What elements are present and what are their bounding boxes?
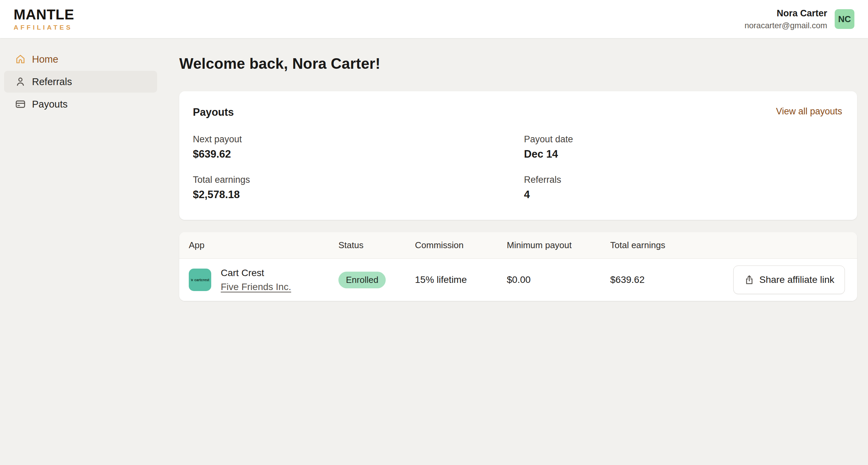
cart-crest-app-icon: cartcrest	[189, 269, 211, 291]
main-content: Welcome back, Nora Carter! Payouts View …	[179, 38, 857, 301]
stat-label: Next payout	[193, 134, 524, 145]
top-header: MANTLE AFFILIATES Nora Carter noracarter…	[0, 0, 868, 38]
apps-table: App Status Commission Minimum payout Tot…	[179, 232, 857, 301]
stat-payout-date: Payout date Dec 14	[524, 134, 842, 160]
payouts-card-title: Payouts	[193, 106, 234, 118]
home-icon	[15, 54, 26, 65]
minimum-payout-cell: $0.00	[507, 274, 610, 285]
app-identity: Cart Crest Five Friends Inc.	[221, 268, 291, 292]
sidebar-item-label: Referrals	[32, 76, 72, 87]
stat-next-payout: Next payout $639.62	[193, 134, 524, 160]
stat-value: $639.62	[193, 148, 524, 160]
total-earnings-cell: $639.62	[610, 274, 733, 285]
stat-value: 4	[524, 189, 842, 201]
column-header-total-earnings: Total earnings	[610, 240, 845, 251]
column-header-commission: Commission	[415, 240, 507, 251]
column-header-app: App	[189, 240, 338, 251]
user-area: Nora Carter noracarter@gmail.com NC	[745, 8, 854, 30]
commission-cell: 15% lifetime	[415, 274, 507, 285]
stat-total-earnings: Total earnings $2,578.18	[193, 175, 524, 201]
column-header-minimum-payout: Minimum payout	[507, 240, 610, 251]
sidebar-item-home[interactable]: Home	[4, 48, 157, 70]
logo[interactable]: MANTLE AFFILIATES	[14, 7, 74, 31]
app-name: Cart Crest	[221, 268, 291, 278]
share-affiliate-link-button[interactable]: Share affiliate link	[733, 266, 845, 294]
logo-primary-text: MANTLE	[14, 7, 74, 22]
sidebar-item-label: Payouts	[32, 99, 68, 110]
stat-value: $2,578.18	[193, 189, 524, 201]
sidebar-item-label: Home	[32, 54, 58, 65]
share-icon	[744, 274, 755, 285]
table-header-row: App Status Commission Minimum payout Tot…	[179, 232, 857, 259]
stat-label: Total earnings	[193, 175, 524, 185]
stat-label: Referrals	[524, 175, 842, 185]
user-info: Nora Carter noracarter@gmail.com	[745, 8, 827, 30]
stat-value: Dec 14	[524, 148, 842, 160]
person-icon	[15, 76, 26, 87]
sidebar-item-referrals[interactable]: Referrals	[4, 71, 157, 93]
cart-icon	[190, 278, 193, 281]
share-button-label: Share affiliate link	[760, 274, 835, 285]
app-cell: cartcrest Cart Crest Five Friends Inc.	[189, 268, 338, 292]
user-email: noracarter@gmail.com	[745, 21, 827, 30]
sidebar-item-payouts[interactable]: Payouts	[4, 93, 157, 115]
stat-referrals: Referrals 4	[524, 175, 842, 201]
avatar[interactable]: NC	[835, 9, 854, 29]
sidebar: Home Referrals Payouts	[0, 38, 161, 465]
payouts-stats: Next payout $639.62 Payout date Dec 14 T…	[193, 134, 842, 201]
user-name: Nora Carter	[745, 8, 827, 19]
view-all-payouts-link[interactable]: View all payouts	[776, 106, 842, 117]
table-row: cartcrest Cart Crest Five Friends Inc. E…	[179, 259, 857, 301]
stat-label: Payout date	[524, 134, 842, 145]
status-badge: Enrolled	[338, 272, 386, 288]
credit-card-icon	[15, 99, 26, 110]
payouts-card: Payouts View all payouts Next payout $63…	[179, 91, 857, 220]
company-link[interactable]: Five Friends Inc.	[221, 282, 291, 292]
status-cell: Enrolled	[338, 272, 415, 288]
logo-secondary-text: AFFILIATES	[14, 24, 74, 31]
column-header-status: Status	[338, 240, 415, 251]
app-icon-wordmark: cartcrest	[194, 278, 209, 282]
page-title: Welcome back, Nora Carter!	[179, 55, 857, 72]
